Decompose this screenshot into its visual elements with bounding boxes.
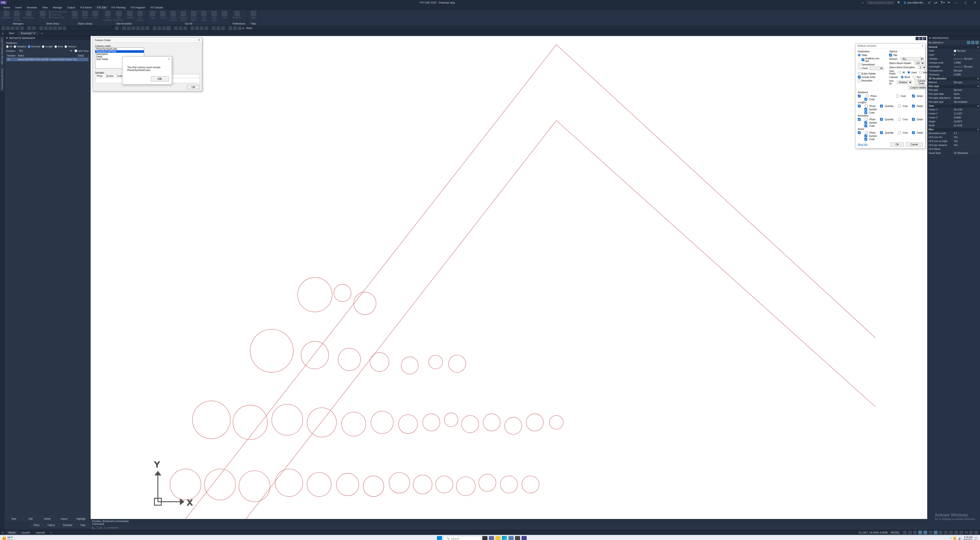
fx-cad-icon[interactable] [522, 536, 527, 540]
pick-add-icon[interactable] [967, 41, 970, 44]
task-view-icon[interactable] [482, 536, 487, 540]
edge-icon[interactable] [502, 536, 507, 540]
keyword-search-input[interactable] [867, 1, 894, 5]
qat-icon[interactable] [183, 26, 187, 30]
column-order-button[interactable]: Column Order [915, 79, 927, 85]
maximize-button[interactable]: ▢ [962, 1, 969, 4]
list-item[interactable]: Quantity/Cost/Total [95, 50, 144, 53]
uf-all-radio[interactable] [899, 71, 901, 74]
close-button[interactable]: ✕ [972, 1, 978, 4]
windows-start-icon[interactable] [437, 536, 442, 540]
qat-icon[interactable] [174, 26, 178, 30]
radio-all[interactable]: All [6, 45, 12, 48]
status-icon[interactable] [939, 530, 943, 534]
layer-properties-tab[interactable]: Layer Properties Manager [0, 36, 4, 67]
prop-row[interactable]: Center Z0.0000 [927, 116, 980, 119]
prop-row[interactable]: MaterialByLayer [927, 80, 980, 84]
renumber-checkbox[interactable] [858, 79, 861, 82]
include-xrefs-checkbox[interactable] [858, 76, 861, 78]
dest-cloud-radio[interactable] [858, 67, 861, 70]
table-row[interactable]: 31 Anova AE2680LF Airi Leaf 6ft. contour… [6, 58, 89, 61]
prop-row[interactable]: Center Y11.2227 [927, 112, 980, 116]
ribbon-hatch[interactable]: Hatch [81, 11, 89, 19]
notifications-icon[interactable]: 💬 [974, 537, 978, 540]
qat-icon[interactable] [6, 26, 10, 30]
menu-home[interactable]: Home [1, 6, 13, 10]
weather-widget[interactable]: 84°FSunny [0, 536, 16, 540]
status-icon[interactable] [913, 530, 917, 534]
search-icon[interactable]: 🔍 [897, 1, 900, 4]
command-input[interactable] [96, 526, 926, 529]
app-icon[interactable] [515, 536, 520, 540]
prop-row[interactable]: LineweightByLayer [927, 65, 980, 68]
schedule-button[interactable]: Schedule [59, 523, 76, 527]
symbol-checkbox[interactable] [864, 108, 867, 111]
ribbon-text-manager[interactable]: TextManager [103, 11, 112, 21]
menu-fxsite[interactable]: F/X Site [95, 6, 108, 10]
ribbon-edit-object[interactable]: EditObject [200, 11, 208, 21]
new-layout-button[interactable]: + [48, 530, 55, 535]
status-icon[interactable] [908, 530, 912, 534]
scale-label[interactable]: 1:1 [964, 531, 968, 534]
ribbon-presentation[interactable]: Presentation [23, 11, 35, 19]
tabs-menu-icon[interactable]: ≡ [0, 32, 6, 35]
prop-row[interactable]: Center X25.2128 [927, 108, 980, 112]
quantity-checkbox[interactable] [880, 105, 883, 107]
prop-row[interactable]: Plot styleByColor [927, 88, 980, 92]
menu-output[interactable]: Output [65, 6, 77, 10]
layout-tab-layout1[interactable]: Layout1 [18, 530, 33, 535]
category-view[interactable]: View▾ [927, 104, 980, 108]
close-icon[interactable]: ✕ [923, 37, 926, 40]
restore-icon[interactable]: ▢ [919, 37, 923, 40]
menu-manage[interactable]: Manage [51, 6, 65, 10]
status-icon[interactable] [954, 530, 958, 534]
qat-icon[interactable] [141, 26, 145, 30]
gridlines-checkbox[interactable] [862, 58, 864, 61]
category-plot-style[interactable]: Plot style▾ [927, 84, 980, 88]
ribbon-small-new-work-area[interactable]: New Work Area [49, 11, 67, 13]
qat-icon[interactable] [115, 26, 119, 30]
cost-checkbox[interactable] [898, 131, 901, 134]
cloud-select[interactable] [870, 67, 883, 70]
store-icon[interactable] [508, 536, 514, 540]
detail-checkbox[interactable] [912, 95, 915, 97]
prop-row[interactable]: Linetype scale1.0000 [927, 61, 980, 65]
list-item[interactable]: Description [95, 53, 144, 55]
ribbon-clone-mimic[interactable]: CloneMimic [189, 11, 198, 21]
prop-row[interactable]: Layer0 [927, 53, 980, 57]
list-item[interactable]: Photo/Symbol/Code [95, 48, 144, 50]
model-label[interactable]: MODEL [889, 530, 902, 534]
qat-icon[interactable] [39, 26, 43, 30]
new-tab-button[interactable]: + [39, 31, 45, 35]
ribbon-small-new-ucs[interactable]: New UCS [49, 14, 67, 16]
quantity-checkbox[interactable] [880, 131, 883, 134]
prop-row[interactable]: UCS icon at originYes [927, 139, 980, 143]
category-general[interactable]: General▾ [927, 45, 980, 49]
qat-icon[interactable] [228, 26, 232, 30]
ribbon-total[interactable]: Total [220, 11, 229, 19]
ribbon-verify-callouts[interactable]: VerifyCallouts [169, 11, 177, 21]
close-icon[interactable]: ✕ [168, 58, 170, 61]
ribbon-array[interactable]: Array [159, 11, 167, 19]
photo-checkbox[interactable] [865, 131, 868, 134]
qat-icon[interactable] [200, 26, 204, 30]
menu-fxadmin[interactable]: F/X Admin [78, 6, 94, 10]
place-button[interactable]: Place [30, 523, 43, 527]
prop-row[interactable]: TransparencyByLayer [927, 68, 980, 73]
ribbon-refnotes[interactable]: RefNotes [2, 11, 11, 19]
prop-row[interactable]: Plot table typeNot available [927, 100, 980, 104]
detail-checkbox[interactable] [912, 118, 915, 121]
qat-icon[interactable] [58, 26, 62, 30]
qat-icon[interactable] [2, 26, 5, 30]
prop-row[interactable]: Width41.4126 [927, 124, 980, 127]
qat-icon[interactable] [238, 26, 242, 30]
ribbon-copy[interactable]: Copy [148, 11, 157, 19]
photo-checkbox[interactable] [866, 95, 869, 97]
status-icon[interactable] [923, 530, 927, 534]
ribbon-help[interactable]: Help [249, 11, 258, 19]
qat-icon[interactable] [195, 26, 199, 30]
table-body[interactable] [6, 61, 89, 516]
photo-checkbox[interactable] [865, 118, 868, 121]
cb-text-radio[interactable] [913, 76, 916, 78]
wifi-icon[interactable]: 📶 [953, 537, 956, 540]
